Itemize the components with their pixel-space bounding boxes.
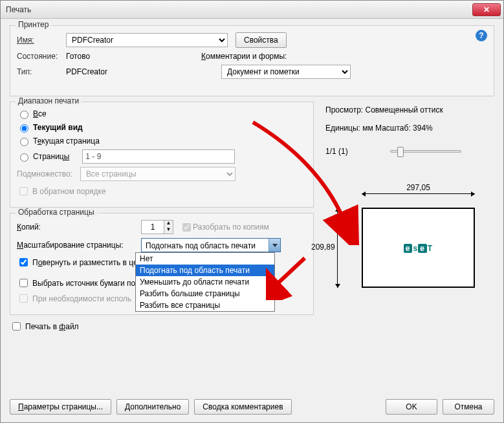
range-current-page-radio[interactable] (20, 138, 28, 146)
scaling-opt-none[interactable]: Нет (136, 253, 274, 265)
copies-spinner[interactable]: ▲▼ (141, 220, 173, 234)
dim-height-label: 209,89 (311, 243, 335, 252)
window-title: Печать (1, 5, 31, 14)
scaling-opt-fit[interactable]: Подогнать под область печати (136, 265, 274, 276)
preview-title: Просмотр: Совмещенный оттиск (325, 105, 492, 114)
page-handling-group: Обработка страницы Копий: ▲▼ Разобрать п… (10, 213, 314, 315)
subset-select: Все страницы (80, 167, 236, 181)
scaling-label: Масштабирование страницы: (17, 241, 141, 250)
dim-height-line (337, 208, 338, 288)
page-setup-button[interactable]: Параметры страницы... (10, 399, 111, 415)
comments-forms-label: Комментарии и формы: (201, 52, 287, 61)
copies-input[interactable] (142, 221, 164, 233)
ok-button[interactable]: OK (386, 399, 437, 415)
close-button[interactable]: ✕ (472, 3, 501, 16)
reverse-label: В обратном порядке (32, 187, 106, 196)
printer-legend: Принтер (16, 20, 51, 29)
copies-label: Копий: (17, 222, 141, 232)
rotate-label: Повернуть и разместить в цен (32, 258, 142, 267)
printer-state-label: Состояние: (17, 52, 66, 61)
rotate-check[interactable] (19, 258, 28, 266)
scaling-dropdown[interactable]: Нет Подогнать под область печати Уменьши… (135, 252, 275, 312)
spin-down-icon[interactable]: ▼ (164, 227, 173, 233)
titlebar: Печать ✕ (1, 1, 503, 19)
advanced-button[interactable]: Дополнительно (116, 399, 189, 415)
preview-pane: Просмотр: Совмещенный оттиск Единицы: мм… (320, 102, 494, 336)
custom-size-label: При необходимости исполь (32, 294, 131, 303)
printer-type-value: PDFCreator (66, 67, 107, 76)
preview-page-of: 1/1 (1) (325, 147, 390, 156)
collate-label: Разобрать по копиям (193, 222, 269, 232)
printer-name-label: Имя: (17, 36, 66, 45)
preview-slider[interactable] (390, 150, 461, 153)
footer: Параметры страницы... Дополнительно Свод… (10, 399, 494, 415)
help-icon[interactable]: ? (476, 30, 487, 41)
print-range-group: Диапазон печати Все Текущий вид Текущая … (10, 102, 314, 208)
scaling-opt-tile-large[interactable]: Разбить большие страницы (136, 288, 274, 299)
range-all-radio[interactable] (20, 111, 28, 119)
print-to-file-check[interactable] (12, 322, 21, 331)
range-current-page-label: Текущая страница (33, 136, 100, 146)
subset-label: Подмножество: (17, 169, 80, 179)
print-dialog: Печать ✕ Принтер ? Имя: PDFCreator Свойс… (0, 0, 504, 423)
printer-group: Принтер ? Имя: PDFCreator Свойства Состо… (10, 25, 494, 96)
eset-logo-icon: eseT (404, 242, 433, 254)
range-pages-radio[interactable] (20, 153, 28, 162)
collate-check (182, 223, 191, 232)
handling-legend: Обработка страницы (16, 208, 97, 217)
dim-width-label: 297,05 (362, 183, 475, 192)
custom-size-check (19, 294, 28, 303)
print-to-file-label: Печать в файл (25, 322, 79, 331)
preview-units: Единицы: мм Масштаб: 394% (325, 124, 492, 133)
printer-name-select[interactable]: PDFCreator (66, 33, 228, 47)
paper-source-label: Выбрать источник бумаги по (32, 279, 135, 288)
properties-button[interactable]: Свойства (236, 32, 287, 48)
scaling-opt-tile-all[interactable]: Разбить все страницы (136, 299, 274, 311)
range-legend: Диапазон печати (16, 96, 82, 105)
reverse-check (19, 187, 28, 195)
range-current-view-radio[interactable] (20, 124, 28, 133)
printer-state-value: Готово (66, 52, 90, 61)
dim-width-line (362, 193, 475, 194)
range-all-label: Все (33, 109, 47, 118)
slider-thumb[interactable] (397, 147, 404, 157)
preview-page: eseT (362, 208, 475, 288)
chevron-down-icon[interactable] (268, 239, 280, 252)
range-pages-input[interactable] (82, 149, 235, 164)
comments-summary-button[interactable]: Сводка комментариев (194, 399, 291, 415)
paper-source-check[interactable] (19, 279, 28, 287)
comments-forms-select[interactable]: Документ и пометки (221, 65, 351, 79)
range-pages-label: Страницы (33, 152, 69, 161)
cancel-button[interactable]: Отмена (443, 399, 494, 415)
scaling-opt-shrink[interactable]: Уменьшить до области печати (136, 276, 274, 288)
printer-type-label: Тип: (17, 67, 66, 76)
scaling-select[interactable]: Подогнать под область печати (141, 238, 281, 252)
range-current-view-label: Текущий вид (33, 123, 83, 132)
